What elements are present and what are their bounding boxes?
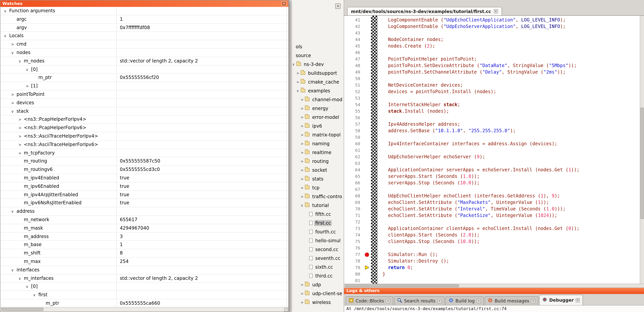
tree-item[interactable]: >naming bbox=[292, 139, 344, 148]
code-line[interactable]: 62 UdpEchoServerHelper echoServer (9); bbox=[344, 154, 644, 160]
breakpoint-margin[interactable] bbox=[363, 232, 371, 238]
code-line[interactable]: 42 LogComponentEnable ("UdpEchoServerApp… bbox=[344, 23, 644, 30]
expand-arrow-icon[interactable]: > bbox=[301, 124, 305, 128]
code-line[interactable]: 50 bbox=[344, 76, 644, 82]
breakpoint-margin[interactable] bbox=[363, 128, 371, 134]
vertical-scrollbar[interactable] bbox=[640, 16, 644, 284]
collapse-arrow-icon[interactable]: ∨ bbox=[33, 291, 38, 299]
watch-row[interactable]: m_ipv4Enabledtrue bbox=[0, 174, 288, 182]
code-line[interactable]: 47 PointToPointHelper pointToPoint; bbox=[344, 56, 644, 62]
expand-arrow-icon[interactable]: > bbox=[301, 115, 305, 119]
breakpoint-margin[interactable] bbox=[363, 219, 371, 225]
code-line[interactable]: 53 bbox=[344, 95, 644, 102]
breakpoint-margin[interactable] bbox=[363, 23, 371, 30]
breakpoint-margin[interactable] bbox=[363, 102, 371, 108]
expand-arrow-icon[interactable]: > bbox=[296, 71, 301, 75]
breakpoint-margin[interactable] bbox=[363, 76, 371, 82]
watch-row[interactable]: ∨[0] bbox=[0, 283, 288, 291]
code-line[interactable]: 69 echoClient.SetAttribute ("MaxPackets"… bbox=[344, 199, 644, 206]
breakpoint-margin[interactable] bbox=[363, 30, 371, 36]
breakpoint-margin[interactable] bbox=[363, 160, 371, 167]
logs-tab-debugger[interactable]: Debugger× bbox=[539, 295, 583, 305]
code-line[interactable]: 67 bbox=[344, 186, 644, 193]
code-line[interactable]: 43 bbox=[344, 30, 644, 36]
tree-item[interactable]: >stats bbox=[292, 174, 344, 183]
breakpoint-margin[interactable] bbox=[363, 173, 371, 180]
watch-row[interactable]: ∨first bbox=[0, 291, 288, 299]
code-line[interactable]: 66 serverApps.Stop (Seconds (10.0)); bbox=[344, 180, 644, 186]
expand-arrow-icon[interactable]: > bbox=[301, 98, 305, 101]
breakpoint-margin[interactable] bbox=[363, 121, 371, 128]
code-line[interactable]: 71 echoClient.SetAttribute ("PacketSize"… bbox=[344, 212, 644, 219]
tree-item[interactable]: hello-simul bbox=[292, 236, 344, 245]
tree-item[interactable]: >tcp bbox=[292, 183, 344, 192]
watch-row[interactable]: m_base1 bbox=[0, 241, 288, 249]
tree-item[interactable]: fifth.cc bbox=[292, 210, 344, 218]
code-line[interactable]: 41 LogComponentEnable ("UdpEchoClientApp… bbox=[344, 17, 644, 23]
expand-arrow-icon[interactable]: > bbox=[11, 40, 16, 48]
editor-tab[interactable]: mnt/dev/tools/source/ns-3-dev/examples/t… bbox=[347, 7, 502, 15]
watch-row[interactable]: ∨stack bbox=[0, 107, 288, 116]
watch-row[interactable]: ∨Function arguments bbox=[0, 7, 288, 15]
watch-row[interactable]: ><ns3::AsciiTraceHelperForIpv6> bbox=[0, 141, 288, 149]
breakpoint-margin[interactable] bbox=[363, 265, 371, 271]
expand-arrow-icon[interactable]: > bbox=[11, 99, 16, 107]
tab-close-icon[interactable]: × bbox=[386, 299, 390, 303]
breakpoint-margin[interactable] bbox=[363, 199, 371, 206]
h-scrollbar-thumb[interactable] bbox=[345, 284, 459, 287]
breakpoint-margin[interactable] bbox=[363, 89, 371, 95]
expand-arrow-icon[interactable]: > bbox=[301, 168, 305, 172]
expand-arrow-icon[interactable]: > bbox=[18, 149, 24, 157]
tab-close-icon[interactable]: × bbox=[438, 299, 442, 303]
collapse-arrow-icon[interactable]: ∨ bbox=[301, 203, 305, 207]
watch-row[interactable]: >cmd bbox=[0, 40, 288, 49]
collapse-arrow-icon[interactable]: ∨ bbox=[26, 283, 31, 291]
v-scrollbar-thumb[interactable] bbox=[640, 108, 644, 219]
watch-row[interactable]: >pointToPoint bbox=[0, 90, 288, 99]
breakpoint-margin[interactable] bbox=[363, 271, 371, 278]
collapse-arrow-icon[interactable]: ∨ bbox=[11, 49, 16, 57]
tree-item[interactable]: third.cc bbox=[292, 271, 344, 280]
breakpoint-margin[interactable] bbox=[363, 154, 371, 160]
breakpoint-icon[interactable] bbox=[365, 253, 369, 257]
watch-row[interactable]: argv0x7fffffffdf08 bbox=[0, 23, 288, 32]
code-line[interactable]: 52 devices = pointToPoint.Install (nodes… bbox=[344, 89, 644, 95]
watch-row[interactable]: m_shift8 bbox=[0, 249, 288, 258]
breakpoint-margin[interactable] bbox=[363, 115, 371, 121]
watch-row[interactable]: m_ptr0x55555556cf20 bbox=[0, 74, 288, 82]
tree-item[interactable]: seventh.cc bbox=[292, 254, 344, 263]
expand-arrow-icon[interactable]: > bbox=[18, 124, 24, 132]
tree-item[interactable]: >buildsupport bbox=[292, 69, 344, 77]
tree-item[interactable]: fourth.cc bbox=[292, 227, 344, 236]
breakpoint-margin[interactable] bbox=[363, 36, 371, 43]
tree-item[interactable]: ∨tutorial bbox=[292, 201, 344, 210]
code-line[interactable]: 51 NetDeviceContainer devices; bbox=[344, 82, 644, 89]
breakpoint-margin[interactable] bbox=[363, 56, 371, 62]
code-line[interactable]: 77 Simulator::Run (); bbox=[344, 251, 644, 258]
watch-row[interactable]: ∨interfaces bbox=[0, 266, 288, 274]
expand-arrow-icon[interactable]: > bbox=[18, 141, 24, 149]
code-line[interactable]: 79 return 0; bbox=[344, 265, 644, 271]
collapse-arrow-icon[interactable]: ∨ bbox=[26, 65, 31, 73]
logs-tab-search-results[interactable]: Search results× bbox=[394, 296, 445, 305]
tree-item[interactable]: first.cc bbox=[292, 218, 344, 227]
code-line[interactable]: 45 nodes.Create (2); bbox=[344, 43, 644, 49]
close-icon[interactable]: × bbox=[335, 3, 340, 9]
code-line[interactable]: 64 ApplicationContainer serverApps = ech… bbox=[344, 167, 644, 173]
collapse-arrow-icon[interactable]: ∨ bbox=[4, 32, 9, 40]
breakpoint-margin[interactable] bbox=[363, 167, 371, 173]
expand-arrow-icon[interactable]: > bbox=[18, 116, 24, 124]
expand-arrow-icon[interactable]: > bbox=[301, 159, 305, 163]
watches-titlebar[interactable]: Watches × bbox=[0, 0, 288, 7]
expand-arrow-icon[interactable]: > bbox=[301, 133, 305, 137]
expand-arrow-icon[interactable]: > bbox=[301, 292, 305, 295]
code-line[interactable]: 58 address.SetBase ("10.1.1.0", "255.255… bbox=[344, 128, 644, 134]
tab-close-icon[interactable]: × bbox=[576, 298, 580, 302]
expand-arrow-icon[interactable]: > bbox=[301, 194, 305, 198]
code-line[interactable]: 63 bbox=[344, 160, 644, 167]
watch-row[interactable]: >[1] bbox=[0, 82, 288, 90]
breakpoint-margin[interactable] bbox=[363, 258, 371, 265]
tab-close-icon[interactable]: × bbox=[531, 299, 536, 303]
tab-close-icon[interactable]: × bbox=[476, 299, 481, 303]
code-line[interactable]: 61 bbox=[344, 147, 644, 154]
